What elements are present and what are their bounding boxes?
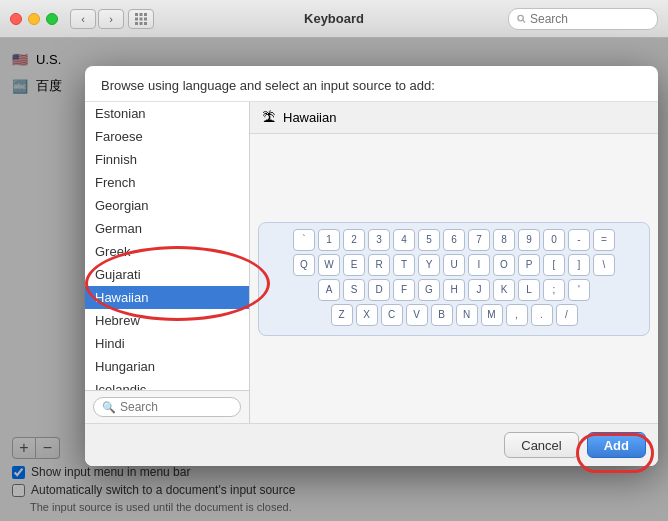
key-c: C: [381, 304, 403, 326]
key-equals: =: [593, 229, 615, 251]
right-panel-header: 🏝 Hawaiian: [250, 102, 658, 134]
lang-item-gujarati[interactable]: Gujarati: [85, 263, 249, 286]
lang-item-hungarian[interactable]: Hungarian: [85, 355, 249, 378]
key-b: B: [431, 304, 453, 326]
key-8: 8: [493, 229, 515, 251]
key-comma: ,: [506, 304, 528, 326]
keyboard-window: 🇺🇸 U.S. 🔤 百度 + − Show input menu in menu…: [0, 38, 668, 521]
lang-item-estonian[interactable]: Estonian: [85, 102, 249, 125]
key-g: G: [418, 279, 440, 301]
key-t: T: [393, 254, 415, 276]
right-panel: 🏝 Hawaiian ` 1 2 3 4 5 6: [250, 102, 658, 423]
lang-item-hindi[interactable]: Hindi: [85, 332, 249, 355]
key-i: I: [468, 254, 490, 276]
key-row-1: ` 1 2 3 4 5 6 7 8 9 0 - =: [267, 229, 641, 251]
lang-item-greek[interactable]: Greek: [85, 240, 249, 263]
svg-line-10: [523, 20, 525, 22]
lang-search-box[interactable]: 🔍: [93, 397, 241, 417]
key-quote: ': [568, 279, 590, 301]
lang-item-hebrew[interactable]: Hebrew: [85, 309, 249, 332]
lang-item-faroese[interactable]: Faroese: [85, 125, 249, 148]
close-button[interactable]: [10, 13, 22, 25]
key-o: O: [493, 254, 515, 276]
key-e: E: [343, 254, 365, 276]
svg-point-9: [518, 15, 523, 20]
selected-lang-name: Hawaiian: [283, 110, 336, 125]
window-title: Keyboard: [304, 11, 364, 26]
key-j: J: [468, 279, 490, 301]
key-row-3: A S D F G H J K L ; ': [267, 279, 641, 301]
svg-rect-8: [144, 22, 147, 25]
lang-item-icelandic[interactable]: Icelandic: [85, 378, 249, 390]
keyboard-visual: ` 1 2 3 4 5 6 7 8 9 0 - =: [258, 222, 650, 336]
key-backtick: `: [293, 229, 315, 251]
key-1: 1: [318, 229, 340, 251]
key-row-2: Q W E R T Y U I O P [ ] \: [267, 254, 641, 276]
grid-button[interactable]: [128, 9, 154, 29]
key-x: X: [356, 304, 378, 326]
maximize-button[interactable]: [46, 13, 58, 25]
key-5: 5: [418, 229, 440, 251]
svg-rect-5: [144, 17, 147, 20]
keyboard-preview: ` 1 2 3 4 5 6 7 8 9 0 - =: [250, 134, 658, 423]
key-rbracket: ]: [568, 254, 590, 276]
key-z: Z: [331, 304, 353, 326]
key-backslash: \: [593, 254, 615, 276]
minimize-button[interactable]: [28, 13, 40, 25]
add-button[interactable]: Add: [587, 432, 646, 458]
forward-button[interactable]: ›: [98, 9, 124, 29]
key-v: V: [406, 304, 428, 326]
key-h: H: [443, 279, 465, 301]
key-semicolon: ;: [543, 279, 565, 301]
svg-rect-6: [135, 22, 138, 25]
lang-item-finnish[interactable]: Finnish: [85, 148, 249, 171]
key-7: 7: [468, 229, 490, 251]
key-d: D: [368, 279, 390, 301]
key-r: R: [368, 254, 390, 276]
key-2: 2: [343, 229, 365, 251]
key-p: P: [518, 254, 540, 276]
back-button[interactable]: ‹: [70, 9, 96, 29]
key-4: 4: [393, 229, 415, 251]
title-search-input[interactable]: [530, 12, 649, 26]
lang-item-german[interactable]: German: [85, 217, 249, 240]
lang-item-hawaiian[interactable]: Hawaiian: [85, 286, 249, 309]
key-0: 0: [543, 229, 565, 251]
lang-search-input[interactable]: [120, 400, 232, 414]
key-w: W: [318, 254, 340, 276]
key-period: .: [531, 304, 553, 326]
key-k: K: [493, 279, 515, 301]
language-list[interactable]: EstonianFaroeseFinnishFrenchGeorgianGerm…: [85, 102, 249, 390]
language-list-container: EstonianFaroeseFinnishFrenchGeorgianGerm…: [85, 102, 250, 423]
title-search[interactable]: [508, 8, 658, 30]
dialog-body: EstonianFaroeseFinnishFrenchGeorgianGerm…: [85, 102, 658, 423]
key-3: 3: [368, 229, 390, 251]
key-slash: /: [556, 304, 578, 326]
title-bar: ‹ › Keyboard: [0, 0, 668, 38]
svg-rect-4: [140, 17, 143, 20]
svg-rect-7: [140, 22, 143, 25]
svg-rect-0: [135, 13, 138, 16]
lang-search-container: 🔍: [85, 390, 249, 423]
selected-lang-flag: 🏝: [262, 110, 275, 125]
key-6: 6: [443, 229, 465, 251]
dialog-instruction: Browse using language and select an inpu…: [85, 66, 658, 102]
add-input-source-dialog: Browse using language and select an inpu…: [85, 66, 658, 466]
key-9: 9: [518, 229, 540, 251]
key-n: N: [456, 304, 478, 326]
svg-rect-3: [135, 17, 138, 20]
lang-search-icon: 🔍: [102, 401, 116, 414]
key-l: L: [518, 279, 540, 301]
lang-item-french[interactable]: French: [85, 171, 249, 194]
svg-rect-2: [144, 13, 147, 16]
key-q: Q: [293, 254, 315, 276]
key-m: M: [481, 304, 503, 326]
cancel-button[interactable]: Cancel: [504, 432, 578, 458]
key-lbracket: [: [543, 254, 565, 276]
search-icon: [517, 14, 526, 24]
key-a: A: [318, 279, 340, 301]
key-row-4: Z X C V B N M , . /: [267, 304, 641, 326]
key-s: S: [343, 279, 365, 301]
key-y: Y: [418, 254, 440, 276]
lang-item-georgian[interactable]: Georgian: [85, 194, 249, 217]
